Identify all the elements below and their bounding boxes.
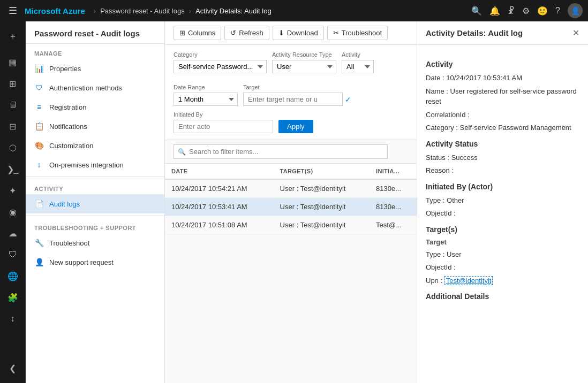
sidebar-label-registration: Registration bbox=[49, 103, 86, 111]
sidebar-item-customization[interactable]: 🎨 Customization bbox=[26, 136, 164, 155]
panel-targets-section: Target(s) bbox=[426, 225, 579, 234]
terminal-icon[interactable]: ☧ bbox=[508, 6, 515, 16]
sidebar-label-customization: Customization bbox=[49, 142, 93, 150]
panel-name-row: Name : User registered for self-service … bbox=[426, 86, 579, 107]
rail-dashboard-icon[interactable]: ▦ bbox=[3, 52, 22, 72]
target-input[interactable] bbox=[243, 93, 343, 106]
date-range-label: Date Range bbox=[174, 84, 238, 90]
sidebar-section-manage: MANAGE bbox=[26, 44, 164, 59]
rail-arrows-icon[interactable]: ↕ bbox=[3, 309, 22, 328]
rail-puzzle-icon[interactable]: 🧩 bbox=[3, 288, 22, 307]
breadcrumb-sep2: › bbox=[189, 7, 191, 15]
search-bar: 🔍 bbox=[165, 140, 417, 164]
rail-shield-icon[interactable]: 🛡 bbox=[3, 245, 22, 264]
hamburger-icon[interactable]: ☰ bbox=[5, 5, 20, 17]
sidebar-item-auth-methods[interactable]: 🛡 Authentication methods bbox=[26, 78, 164, 97]
sidebar-header: Password reset - Audit logs bbox=[26, 21, 164, 44]
settings-icon[interactable]: ⚙ bbox=[522, 6, 530, 16]
panel-additional-section: Additional Details bbox=[426, 292, 579, 301]
table-row[interactable]: 10/24/2017 10:54:21 AM User : Test@ident… bbox=[165, 179, 417, 198]
top-bar: ☰ Microsoft Azure › Password reset - Aud… bbox=[0, 0, 588, 21]
sidebar-item-on-premises[interactable]: ↕ On-premises integration bbox=[26, 155, 164, 174]
sidebar-item-new-support[interactable]: 👤 New support request bbox=[26, 252, 164, 272]
category-label: Category bbox=[174, 51, 267, 58]
rail-globe-icon[interactable]: 🌐 bbox=[3, 266, 22, 286]
rail-star-icon[interactable]: ✦ bbox=[3, 181, 22, 200]
sidebar-section-troubleshoot: TROUBLESHOOTING + SUPPORT bbox=[26, 218, 164, 233]
row-targets: User : Test@identityit bbox=[274, 198, 370, 216]
sidebar-item-audit-logs[interactable]: 📄 Audit logs bbox=[26, 194, 164, 213]
columns-button[interactable]: ⊞ Columns bbox=[174, 26, 221, 40]
auth-icon: 🛡 bbox=[34, 83, 44, 93]
search-icon[interactable]: 🔍 bbox=[471, 6, 482, 16]
panel-close-button[interactable]: ✕ bbox=[572, 28, 579, 38]
avatar[interactable]: 👤 bbox=[568, 3, 583, 18]
rail-monitor-icon[interactable]: 🖥 bbox=[3, 95, 22, 114]
rail-circle1-icon[interactable]: ◉ bbox=[3, 202, 22, 221]
sidebar-label-on-premises: On-premises integration bbox=[49, 161, 124, 169]
rail-code-icon[interactable]: ❯_ bbox=[3, 159, 22, 179]
sidebar-item-troubleshoot[interactable]: 🔧 Troubleshoot bbox=[26, 233, 164, 252]
date-range-select[interactable]: 1 Month 1 Week 3 Months bbox=[174, 93, 238, 106]
category-select[interactable]: Self-service Password... bbox=[174, 60, 267, 73]
notifications-icon[interactable]: 🔔 bbox=[489, 6, 500, 16]
audit-table-wrap: DATE TARGET(S) INITIA... 10/24/2017 10:5… bbox=[165, 164, 417, 383]
panel-header: Activity Details: Audit log ✕ bbox=[417, 21, 588, 45]
icon-rail: ＋ ▦ ⊞ 🖥 ⊟ ⬡ ❯_ ✦ ◉ ☁ 🛡 🌐 🧩 ↕ ❮ bbox=[0, 21, 26, 383]
support-icon: 👤 bbox=[34, 257, 44, 267]
sidebar-label-audit: Audit logs bbox=[49, 200, 80, 208]
rail-cube-icon[interactable]: ⬡ bbox=[3, 138, 22, 157]
search-input[interactable] bbox=[174, 144, 388, 159]
notifications-sidebar-icon: 📋 bbox=[34, 121, 44, 131]
rail-cloud-icon[interactable]: ☁ bbox=[3, 224, 22, 243]
smiley-icon[interactable]: 🙂 bbox=[537, 6, 548, 16]
panel-date-row: Date : 10/24/2017 10:53:41 AM bbox=[426, 73, 579, 83]
col-targets: TARGET(S) bbox=[274, 164, 370, 179]
right-panel: Activity Details: Audit log ✕ Activity D… bbox=[417, 21, 588, 383]
download-button[interactable]: ⬇ Download bbox=[273, 26, 324, 40]
panel-actor-objectid-row: ObjectId : bbox=[426, 208, 579, 219]
search-input-icon: 🔍 bbox=[178, 148, 186, 156]
table-body: 10/24/2017 10:54:21 AM User : Test@ident… bbox=[165, 179, 417, 234]
row-date: 10/24/2017 10:54:21 AM bbox=[165, 179, 274, 198]
troubleshoot-button[interactable]: ✂ Troubleshoot bbox=[327, 26, 388, 40]
col-initiated: INITIA... bbox=[370, 164, 417, 179]
target-label: Target bbox=[243, 84, 351, 90]
sidebar-item-registration[interactable]: ≡ Registration bbox=[26, 97, 164, 117]
upn-link[interactable]: Test@identityit bbox=[444, 276, 493, 285]
activity-label: Activity bbox=[342, 51, 374, 58]
rail-table-icon[interactable]: ⊞ bbox=[3, 74, 22, 93]
row-targets: User : Test@identityit bbox=[274, 179, 370, 198]
sidebar-label-troubleshoot: Troubleshoot bbox=[49, 239, 89, 247]
sidebar-item-notifications[interactable]: 📋 Notifications bbox=[26, 117, 164, 136]
row-initiated: 8130e... bbox=[370, 179, 417, 198]
help-icon[interactable]: ? bbox=[555, 6, 560, 16]
columns-icon: ⊞ bbox=[179, 29, 185, 37]
panel-status-section: Activity Status bbox=[426, 140, 579, 148]
apply-button[interactable]: Apply bbox=[278, 120, 313, 133]
refresh-button[interactable]: ↺ Refresh bbox=[224, 26, 269, 40]
filter-target-group: Target ✓ bbox=[243, 84, 351, 106]
initiated-label: Initiated By bbox=[174, 111, 273, 118]
panel-status-row: Status : Success bbox=[426, 152, 579, 163]
panel-correlation-row: CorrelationId : bbox=[426, 110, 579, 120]
table-row[interactable]: 10/24/2017 10:51:08 AM User : Test@ident… bbox=[165, 216, 417, 234]
customization-icon: 🎨 bbox=[34, 141, 44, 150]
rail-grid-icon[interactable]: ⊟ bbox=[3, 117, 22, 136]
rail-collapse-icon[interactable]: ❮ bbox=[3, 358, 22, 378]
sidebar-item-properties[interactable]: 📊 Properties bbox=[26, 59, 164, 78]
initiated-input[interactable] bbox=[174, 120, 273, 133]
rail-add-icon[interactable]: ＋ bbox=[3, 27, 22, 46]
breadcrumb-item1[interactable]: Password reset - Audit logs bbox=[100, 7, 185, 15]
top-bar-icons: 🔍 🔔 ☧ ⚙ 🙂 ? 👤 bbox=[471, 3, 583, 18]
sidebar-section-activity: ACTIVITY bbox=[26, 179, 164, 194]
table-row[interactable]: 10/24/2017 10:53:41 AM User : Test@ident… bbox=[165, 198, 417, 216]
resource-type-label: Activity Resource Type bbox=[272, 51, 336, 58]
divider1 bbox=[26, 177, 164, 177]
breadcrumb-item2: Activity Details: Audit log bbox=[195, 7, 272, 15]
panel-category-row: Category : Self-service Password Managem… bbox=[426, 122, 579, 133]
activity-select[interactable]: All bbox=[342, 60, 374, 73]
resource-type-select[interactable]: User bbox=[272, 60, 336, 73]
search-wrap: 🔍 bbox=[174, 144, 388, 159]
panel-reason-row: Reason : bbox=[426, 165, 579, 176]
